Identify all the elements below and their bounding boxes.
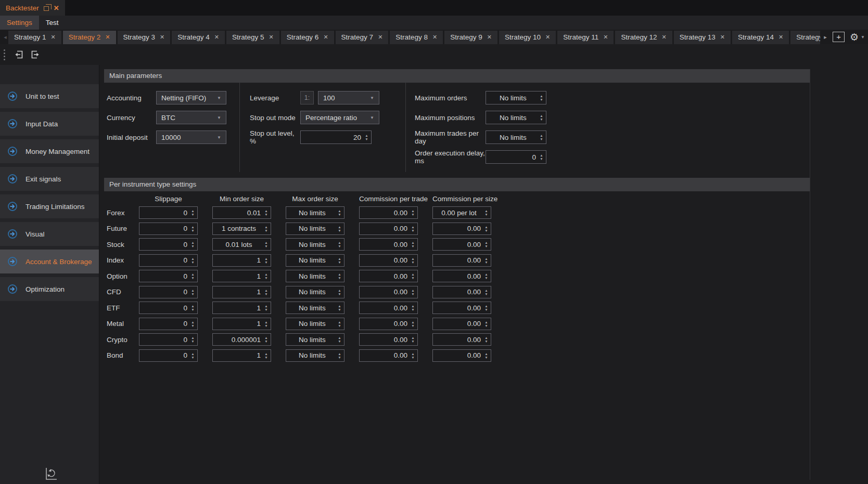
metal-commission-per-size-spinner[interactable]: 0.00▲▼ [432, 318, 491, 330]
spin-down-icon[interactable]: ▼ [264, 213, 267, 216]
toolbar-grip-handle[interactable] [4, 49, 5, 60]
spin-arrows[interactable]: ▲▼ [539, 94, 544, 101]
metal-max-order-size-spinner[interactable]: No limits▲▼ [286, 318, 344, 330]
sidebar-item-account-brokerage[interactable]: Account & Brokerage [0, 250, 99, 273]
spin-down-icon[interactable]: ▼ [484, 276, 488, 280]
spin-down-icon[interactable]: ▼ [191, 356, 194, 359]
gear-icon[interactable]: ⚙ [850, 32, 859, 42]
spin-up-icon[interactable]: ▲ [338, 320, 341, 324]
spin-arrows[interactable]: ▲▼ [483, 320, 489, 328]
spin-arrows[interactable]: ▲▼ [190, 336, 196, 343]
close-window-icon[interactable]: ✕ [54, 4, 59, 12]
spin-up-icon[interactable]: ▲ [191, 257, 194, 260]
spin-up-icon[interactable]: ▲ [338, 304, 341, 308]
strategy-tab-strategy-1[interactable]: Strategy 1✕ [8, 31, 61, 44]
spin-arrows[interactable]: ▲▼ [190, 289, 196, 296]
spin-down-icon[interactable]: ▼ [484, 339, 488, 343]
spin-up-icon[interactable]: ▲ [540, 153, 543, 157]
spin-up-icon[interactable]: ▲ [264, 272, 267, 276]
bond-max-order-size-spinner[interactable]: No limits▲▼ [286, 349, 344, 362]
spin-down-icon[interactable]: ▼ [338, 339, 341, 343]
forex-slippage-spinner[interactable]: 0▲▼ [139, 206, 198, 219]
spin-arrows[interactable]: ▲▼ [337, 289, 342, 296]
spin-arrows[interactable]: ▲▼ [263, 289, 269, 296]
spin-arrows[interactable]: ▲▼ [410, 304, 416, 311]
spin-up-icon[interactable]: ▲ [484, 272, 488, 276]
initial-deposit-dropdown[interactable]: 10000▼ [156, 130, 226, 144]
spin-down-icon[interactable]: ▼ [411, 244, 414, 248]
spin-arrows[interactable]: ▲▼ [337, 336, 342, 343]
spin-up-icon[interactable]: ▲ [264, 257, 267, 260]
spin-up-icon[interactable]: ▲ [191, 304, 194, 308]
bond-commission-per-size-spinner[interactable]: 0.00▲▼ [432, 349, 491, 362]
currency-dropdown[interactable]: BTC▼ [156, 111, 226, 124]
sidebar-item-trading-limitations[interactable]: Trading Limitations [0, 194, 99, 218]
stock-commission-per-trade-spinner[interactable]: 0.00▲▼ [359, 238, 418, 251]
spin-up-icon[interactable]: ▲ [484, 225, 488, 229]
spin-up-icon[interactable]: ▲ [338, 225, 341, 229]
spin-up-icon[interactable]: ▲ [484, 209, 488, 213]
spin-down-icon[interactable]: ▼ [411, 308, 414, 311]
spin-arrows[interactable]: ▲▼ [410, 320, 416, 328]
spin-arrows[interactable]: ▲▼ [483, 352, 489, 359]
spin-up-icon[interactable]: ▲ [191, 209, 194, 213]
spin-up-icon[interactable]: ▲ [264, 320, 267, 324]
spin-arrows[interactable]: ▲▼ [410, 272, 416, 280]
spin-up-icon[interactable]: ▲ [484, 304, 488, 308]
spin-arrows[interactable]: ▲▼ [190, 225, 196, 232]
view-tab-settings[interactable]: Settings [0, 16, 39, 30]
spin-up-icon[interactable]: ▲ [191, 225, 194, 229]
scroll-tabs-right-icon[interactable]: ▸ [822, 34, 828, 41]
spin-arrows[interactable]: ▲▼ [337, 304, 342, 311]
sidebar-item-unit-to-test[interactable]: Unit to test [0, 84, 99, 108]
sidebar-item-optimization[interactable]: Optimization [0, 277, 99, 301]
etf-min-order-size-spinner[interactable]: 1▲▼ [212, 302, 271, 314]
spin-up-icon[interactable]: ▲ [540, 134, 543, 137]
spin-arrows[interactable]: ▲▼ [337, 320, 342, 328]
spin-down-icon[interactable]: ▼ [411, 276, 414, 280]
option-slippage-spinner[interactable]: 0▲▼ [139, 270, 198, 282]
restore-window-icon[interactable] [44, 6, 49, 11]
sidebar-item-visual[interactable]: Visual [0, 222, 99, 246]
crypto-min-order-size-spinner[interactable]: 0.000001▲▼ [212, 333, 271, 346]
strategy-tab-strategy-3[interactable]: Strategy 3✕ [118, 31, 171, 44]
strategy-tab-strategy-14[interactable]: Strategy 14✕ [732, 31, 789, 44]
spin-down-icon[interactable]: ▼ [484, 324, 488, 328]
spin-down-icon[interactable]: ▼ [411, 229, 414, 232]
spin-down-icon[interactable]: ▼ [484, 292, 488, 296]
spin-down-icon[interactable]: ▼ [191, 260, 194, 264]
close-tab-icon[interactable]: ✕ [105, 34, 110, 41]
crypto-slippage-spinner[interactable]: 0▲▼ [139, 333, 198, 346]
spin-arrows[interactable]: ▲▼ [337, 225, 342, 232]
etf-slippage-spinner[interactable]: 0▲▼ [139, 302, 198, 314]
spin-down-icon[interactable]: ▼ [264, 229, 267, 232]
spin-arrows[interactable]: ▲▼ [263, 225, 269, 232]
stop-out-mode-dropdown[interactable]: Percentage ratio▼ [300, 111, 379, 124]
spin-down-icon[interactable]: ▼ [264, 292, 267, 296]
spin-arrows[interactable]: ▲▼ [263, 209, 269, 216]
spin-up-icon[interactable]: ▲ [540, 94, 543, 98]
option-min-order-size-spinner[interactable]: 1▲▼ [212, 270, 271, 282]
spin-up-icon[interactable]: ▲ [540, 114, 543, 117]
spin-up-icon[interactable]: ▲ [411, 336, 414, 339]
spin-up-icon[interactable]: ▲ [264, 289, 267, 292]
spin-arrows[interactable]: ▲▼ [263, 257, 269, 264]
view-tab-test[interactable]: Test [39, 16, 66, 30]
close-tab-icon[interactable]: ✕ [160, 34, 164, 41]
spin-up-icon[interactable]: ▲ [411, 257, 414, 260]
strategy-tab-strategy-10[interactable]: Strategy 10✕ [499, 31, 556, 44]
spin-up-icon[interactable]: ▲ [338, 241, 341, 244]
etf-max-order-size-spinner[interactable]: No limits▲▼ [286, 302, 344, 314]
maximum-positions-spinner[interactable]: No limits▲▼ [486, 111, 546, 124]
strategy-tab-strategy-6[interactable]: Strategy 6✕ [281, 31, 334, 44]
index-min-order-size-spinner[interactable]: 1▲▼ [212, 254, 271, 267]
spin-up-icon[interactable]: ▲ [264, 225, 267, 229]
spin-down-icon[interactable]: ▼ [411, 213, 414, 216]
option-max-order-size-spinner[interactable]: No limits▲▼ [286, 270, 344, 282]
order-execution-delay-ms-spinner[interactable]: 0▲▼ [486, 150, 546, 164]
spin-arrows[interactable]: ▲▼ [410, 257, 416, 264]
index-slippage-spinner[interactable]: 0▲▼ [139, 254, 198, 267]
spin-down-icon[interactable]: ▼ [264, 276, 267, 280]
spin-up-icon[interactable]: ▲ [411, 225, 414, 229]
index-commission-per-trade-spinner[interactable]: 0.00▲▼ [359, 254, 418, 267]
